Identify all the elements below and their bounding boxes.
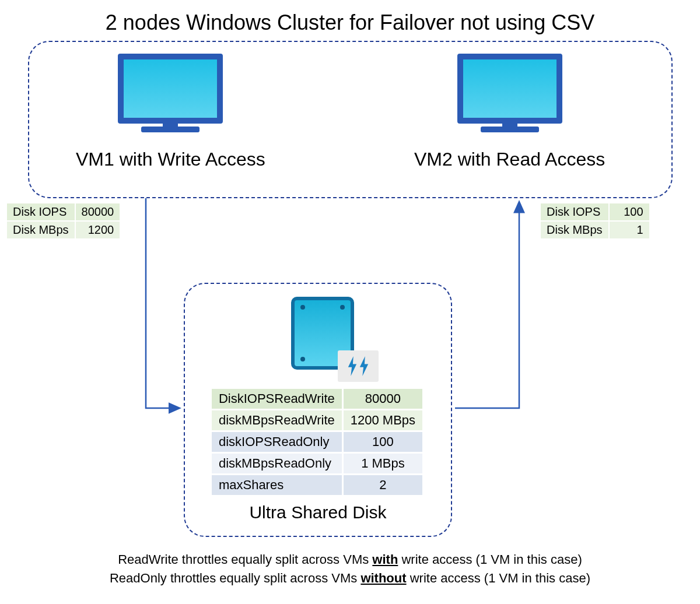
vm2-iops-value: 100 [610, 203, 650, 222]
monitor-icon [457, 54, 562, 132]
disk-row-key: diskMBpsReadWrite [212, 410, 344, 432]
disk-properties-table: DiskIOPSReadWrite 80000 diskMBpsReadWrit… [212, 389, 424, 497]
disk-row-key: maxShares [212, 475, 344, 497]
vm2-metrics-table: Disk IOPS 100 Disk MBps 1 [541, 203, 650, 240]
disk-row-key: DiskIOPSReadWrite [212, 389, 344, 410]
vm2-mbps-value: 1 [610, 222, 650, 240]
vm1-label: VM1 with Write Access [76, 149, 265, 170]
disk-row-val: 1200 MBps [344, 410, 424, 432]
disk-row-val: 2 [344, 475, 424, 497]
disk-row-key: diskIOPSReadOnly [212, 432, 344, 454]
vm2-group: VM2 with Read Access [414, 54, 605, 170]
disk-label: Ultra Shared Disk [249, 503, 386, 522]
ultra-disk-icon [291, 297, 361, 378]
vm1-mbps-label: Disk MBps [7, 222, 76, 240]
monitor-icon [118, 54, 223, 132]
disk-row-val: 100 [344, 432, 424, 454]
footer-line-2: ReadOnly throttles equally split across … [0, 569, 700, 588]
vm1-iops-label: Disk IOPS [7, 203, 76, 222]
vm1-metrics-table: Disk IOPS 80000 Disk MBps 1200 [7, 203, 121, 240]
disk-row-key: diskMBpsReadOnly [212, 454, 344, 475]
vm2-iops-label: Disk IOPS [541, 203, 610, 222]
ultra-disk-container: DiskIOPSReadWrite 80000 diskMBpsReadWrit… [184, 283, 452, 537]
lightning-badge-icon [338, 350, 379, 382]
vm1-group: VM1 with Write Access [76, 54, 265, 170]
vm1-iops-value: 80000 [76, 203, 121, 222]
footer-line-1: ReadWrite throttles equally split across… [0, 550, 700, 569]
vm2-label: VM2 with Read Access [414, 149, 605, 170]
vm1-mbps-value: 1200 [76, 222, 121, 240]
footer-notes: ReadWrite throttles equally split across… [0, 550, 700, 588]
disk-row-val: 80000 [344, 389, 424, 410]
diagram-title: 2 nodes Windows Cluster for Failover not… [0, 10, 700, 35]
vm2-mbps-label: Disk MBps [541, 222, 610, 240]
disk-row-val: 1 MBps [344, 454, 424, 475]
